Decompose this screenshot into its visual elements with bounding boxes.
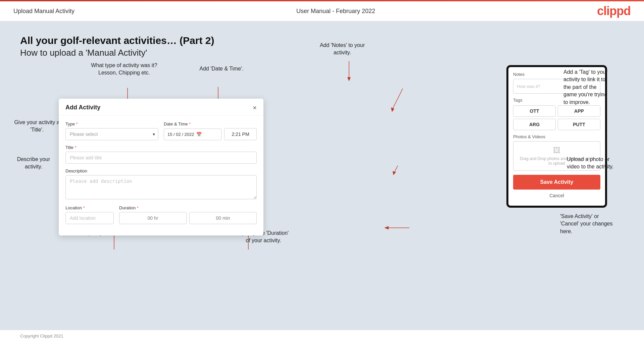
photo-icon: 🖼 [518,146,595,155]
title-input[interactable] [65,152,257,164]
type-group: Type * Please select ▾ [65,121,158,140]
duration-group: Duration * [119,205,257,224]
calendar-icon[interactable]: 📅 [196,132,202,137]
svg-marker-18 [393,171,396,175]
callout-save-cancel: 'Save Activity' or'Cancel' your changesh… [560,213,641,235]
title-field-label: Title * [65,145,257,150]
date-wrapper: 15 / 02 / 2022 📅 2:21 PM [164,128,257,140]
modal-title: Add Activity [65,104,100,111]
type-datetime-row: Type * Please select ▾ Date & Time * [65,121,257,140]
svg-line-17 [394,166,398,172]
title-group: Title * [65,145,257,164]
date-value: 15 / 02 / 2022 [167,132,194,137]
callout-activity-type: What type of activity was it?Lesson, Chi… [87,62,161,77]
photos-label: Photos & Videos [513,134,600,139]
add-activity-modal: Add Activity × Type * Please select ▾ [59,99,263,236]
main-content: All your golf-relevant activities… (Part… [0,21,644,330]
svg-marker-20 [384,226,389,229]
description-label: Description [65,168,257,173]
datetime-group: Date & Time * 15 / 02 / 2022 📅 2:21 PM [164,121,257,140]
location-group: Location * [65,205,114,224]
callout-date-time: Add 'Date & Time'. [188,65,255,72]
duration-row [119,212,257,224]
callout-tags: Add a 'Tag' to youractivity to link it t… [563,68,637,106]
modal-header: Add Activity × [59,99,263,115]
tag-app[interactable]: APP [558,105,600,117]
time-input[interactable]: 2:21 PM [224,128,257,140]
cancel-link[interactable]: Cancel [513,193,600,201]
location-duration-row: Location * Duration * [65,205,257,224]
tags-grid: OTT APP ARG PUTT [513,105,600,130]
description-input[interactable] [65,175,257,199]
duration-label: Duration * [119,205,257,210]
location-label: Location * [65,205,114,210]
svg-marker-14 [347,77,351,81]
type-select-wrapper[interactable]: Please select ▾ [65,128,158,140]
footer: Copyright Clippd 2021 [0,330,644,342]
logo: clippd [597,4,631,18]
duration-minutes-input[interactable] [189,212,257,224]
tag-ott[interactable]: OTT [513,105,556,117]
modal-close-button[interactable]: × [253,104,257,111]
manual-label: User Manual - February 2022 [296,8,375,15]
duration-hours-input[interactable] [119,212,187,224]
type-label: Type * [65,121,158,126]
svg-line-15 [393,89,403,109]
type-select[interactable]: Please select [65,128,158,140]
tag-arg[interactable]: ARG [513,119,556,130]
callout-title: Give your activity a'Title'. [10,119,64,134]
description-group: Description [65,168,257,201]
copyright: Copyright Clippd 2021 [20,333,63,339]
datetime-label: Date & Time * [164,121,257,126]
date-input[interactable]: 15 / 02 / 2022 📅 [164,128,221,140]
callout-description: Describe youractivity. [10,156,57,171]
top-bar: Upload Manual Activity User Manual - Feb… [0,0,644,21]
callout-photos: Upload a photo orvideo to the activity. [567,156,641,171]
location-input[interactable] [65,212,114,224]
save-activity-button[interactable]: Save Activity [513,175,600,190]
svg-marker-16 [391,107,394,112]
page-title: Upload Manual Activity [13,8,75,15]
modal-body: Type * Please select ▾ Date & Time * [59,115,263,236]
callout-notes: Add 'Notes' to youractivity. [309,42,376,57]
tag-putt[interactable]: PUTT [558,119,600,130]
